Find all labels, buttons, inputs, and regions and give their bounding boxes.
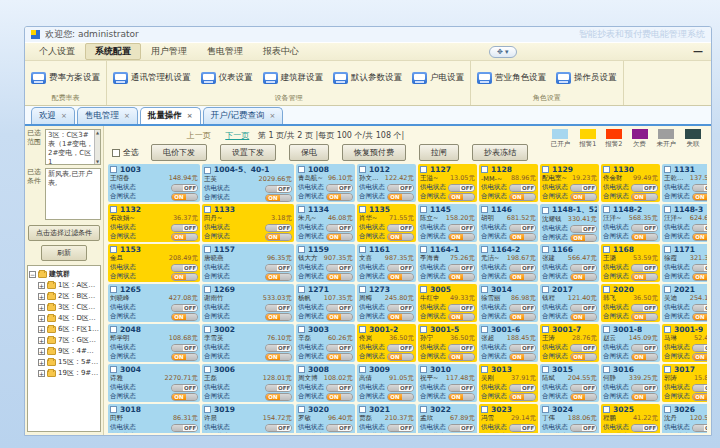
- expand-icon[interactable]: +: [38, 370, 45, 377]
- switch-toggle[interactable]: ON: [570, 433, 597, 434]
- switch-toggle[interactable]: ON: [171, 353, 198, 361]
- card-checkbox[interactable]: [359, 286, 366, 293]
- supply-toggle[interactable]: OFF: [265, 304, 292, 312]
- supply-toggle[interactable]: OFF: [387, 184, 414, 192]
- supply-toggle[interactable]: OFF: [631, 184, 658, 192]
- switch-toggle[interactable]: ON: [631, 393, 658, 401]
- card-checkbox[interactable]: [664, 166, 671, 173]
- switch-toggle[interactable]: ON: [171, 433, 198, 434]
- card-checkbox[interactable]: [110, 406, 117, 413]
- supply-toggle[interactable]: OFF: [265, 344, 292, 352]
- tree-node-2[interactable]: +3区：C区2#井（1#: [29, 302, 99, 312]
- card-checkbox[interactable]: [603, 326, 610, 333]
- switch-toggle[interactable]: ON: [171, 193, 198, 201]
- ribbon-button-0-0[interactable]: 费率方案设置: [31, 72, 100, 84]
- switch-toggle[interactable]: ON: [265, 433, 292, 434]
- tab-close-icon[interactable]: ×: [270, 112, 276, 120]
- card-checkbox[interactable]: [204, 286, 211, 293]
- supply-toggle[interactable]: OFF: [171, 224, 198, 232]
- supply-toggle[interactable]: OFF: [570, 424, 597, 432]
- menu-item-4[interactable]: 报表中心: [253, 43, 309, 60]
- tree-node-6[interactable]: +9区：4#楼电井（4#: [29, 346, 99, 356]
- card-checkbox[interactable]: [204, 326, 211, 333]
- switch-toggle[interactable]: ON: [448, 233, 475, 241]
- expand-icon[interactable]: +: [38, 293, 45, 300]
- card-checkbox[interactable]: [359, 366, 366, 373]
- supply-toggle[interactable]: OFF: [265, 384, 292, 392]
- supply-toggle[interactable]: OFF: [171, 424, 198, 432]
- card-checkbox[interactable]: [298, 366, 305, 373]
- card-checkbox[interactable]: [110, 326, 117, 333]
- switch-toggle[interactable]: ON: [265, 233, 292, 241]
- switch-toggle[interactable]: ON: [448, 313, 475, 321]
- supply-toggle[interactable]: OFF: [265, 224, 292, 232]
- switch-toggle[interactable]: ON: [171, 273, 198, 281]
- supply-toggle[interactable]: OFF: [448, 424, 475, 432]
- tree-node-1[interactable]: +2区：B区1#井/B区1: [29, 291, 99, 301]
- switch-toggle[interactable]: ON: [570, 313, 597, 321]
- card-checkbox[interactable]: [603, 286, 610, 293]
- supply-toggle[interactable]: OFF: [692, 184, 707, 192]
- card-checkbox[interactable]: [420, 166, 427, 173]
- switch-toggle[interactable]: ON: [570, 353, 597, 361]
- card-checkbox[interactable]: [420, 206, 427, 213]
- supply-toggle[interactable]: OFF: [692, 224, 707, 232]
- card-checkbox[interactable]: [298, 326, 305, 333]
- switch-toggle[interactable]: ON: [326, 233, 353, 241]
- tree-node-5[interactable]: +7区：G区1#井: [29, 335, 99, 345]
- card-checkbox[interactable]: [664, 406, 671, 413]
- card-checkbox[interactable]: [420, 246, 427, 253]
- menu-item-2[interactable]: 用户管理: [141, 43, 197, 60]
- switch-toggle[interactable]: ON: [265, 353, 292, 361]
- switch-toggle[interactable]: ON: [631, 193, 658, 201]
- supply-toggle[interactable]: OFF: [631, 264, 658, 272]
- range-scrollbar[interactable]: ▲▼: [94, 130, 100, 164]
- ribbon-button-1-3[interactable]: 默认参数设置: [333, 72, 402, 84]
- tree-node-4[interactable]: +6区：F区1#井（F区: [29, 324, 99, 334]
- card-checkbox[interactable]: [603, 166, 610, 173]
- expand-icon[interactable]: +: [38, 315, 45, 322]
- card-checkbox[interactable]: [542, 366, 549, 373]
- switch-toggle[interactable]: ON: [692, 393, 707, 401]
- minimize-button[interactable]: —: [689, 46, 707, 57]
- switch-toggle[interactable]: ON: [631, 313, 658, 321]
- card-checkbox[interactable]: [359, 206, 366, 213]
- switch-toggle[interactable]: ON: [387, 313, 414, 321]
- card-checkbox[interactable]: [420, 366, 427, 373]
- supply-toggle[interactable]: OFF: [509, 384, 536, 392]
- switch-toggle[interactable]: ON: [265, 273, 292, 281]
- selected-condition-box[interactable]: 新风表,已开户表,: [45, 168, 101, 220]
- tab-3[interactable]: 开户/记费查询×: [203, 107, 284, 124]
- switch-toggle[interactable]: ON: [326, 273, 353, 281]
- tree-node-0[interactable]: +1区：A区1#井: [29, 280, 99, 290]
- switch-toggle[interactable]: ON: [509, 353, 536, 361]
- switch-toggle[interactable]: ON: [171, 393, 198, 401]
- select-all[interactable]: 全选: [112, 147, 139, 158]
- ribbon-collapse-control[interactable]: ✥ ▾: [489, 46, 517, 58]
- switch-toggle[interactable]: ON: [171, 233, 198, 241]
- card-checkbox[interactable]: [204, 246, 211, 253]
- switch-toggle[interactable]: ON: [387, 273, 414, 281]
- switch-toggle[interactable]: ON: [509, 233, 536, 241]
- card-checkbox[interactable]: [481, 366, 488, 373]
- switch-toggle[interactable]: ON: [692, 233, 707, 241]
- supply-toggle[interactable]: OFF: [387, 344, 414, 352]
- choose-filter-button[interactable]: 点击选择过滤条件: [28, 225, 100, 241]
- switch-toggle[interactable]: ON: [326, 393, 353, 401]
- switch-toggle[interactable]: ON: [326, 313, 353, 321]
- supply-toggle[interactable]: OFF: [570, 344, 597, 352]
- ribbon-button-2-0[interactable]: 营业角色设置: [477, 72, 546, 84]
- expand-icon[interactable]: +: [38, 337, 45, 344]
- supply-toggle[interactable]: OFF: [509, 184, 536, 192]
- card-checkbox[interactable]: [542, 326, 549, 333]
- supply-toggle[interactable]: OFF: [448, 304, 475, 312]
- collapse-icon[interactable]: −: [29, 271, 36, 278]
- switch-toggle[interactable]: ON: [631, 353, 658, 361]
- tab-0[interactable]: 欢迎×: [31, 107, 75, 124]
- card-checkbox[interactable]: [420, 286, 427, 293]
- tree-node-8[interactable]: +19区：9#变电站（3: [29, 368, 99, 378]
- supply-toggle[interactable]: OFF: [570, 304, 597, 312]
- switch-toggle[interactable]: ON: [570, 393, 597, 401]
- selected-range-box[interactable]: 3区：C区3#表（1#变电，2#变电，C区1 ▲▼: [45, 129, 101, 165]
- card-checkbox[interactable]: [359, 406, 366, 413]
